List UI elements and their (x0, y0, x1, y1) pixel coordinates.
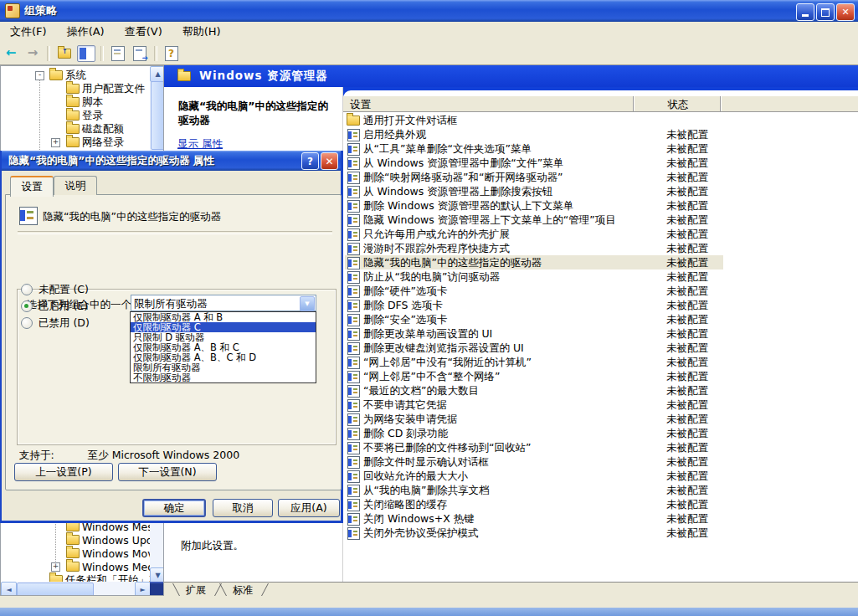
settings-list-row[interactable]: 只允许每用户或允许的外壳扩展 未被配置 (345, 227, 856, 241)
dialog-close-button[interactable]: ✕ (321, 152, 338, 170)
settings-list-row[interactable]: 隐藏 Windows 资源管理器上下文菜单上的“管理”项目 未被配置 (345, 213, 856, 227)
scroll-left-button[interactable]: ◄ (1, 582, 17, 596)
toolbar-separator (100, 46, 104, 61)
settings-list-row[interactable]: 删除 DFS 选项卡 未被配置 (345, 298, 856, 312)
column-divider[interactable] (720, 96, 722, 111)
console-tree-icon (77, 45, 95, 62)
menu-view[interactable]: 查看(V) (115, 22, 172, 42)
settings-list-row[interactable]: 防止从“我的电脑”访问驱动器 未被配置 (345, 270, 856, 284)
combo-option[interactable]: 不限制驱动器 (131, 372, 316, 382)
window-title: 组策略 (24, 3, 57, 18)
tree-expander[interactable]: - (35, 71, 44, 80)
radio-label: 未配置 (C) (39, 283, 89, 297)
policy-setting-icon (347, 499, 360, 511)
tree-expander[interactable]: + (51, 562, 60, 572)
setting-status: 未被配置 (651, 313, 723, 327)
restore-button[interactable] (816, 3, 835, 21)
settings-list-row[interactable]: 删除“硬件”选项卡 未被配置 (345, 284, 856, 298)
settings-list-row[interactable]: 关闭 Windows+X 热键 未被配置 (345, 511, 856, 526)
display-properties-link[interactable]: 显示 属性 (177, 137, 223, 151)
setting-label: “网上邻居”中不含“整个网络” (363, 370, 500, 384)
settings-list-row[interactable]: 删除“安全”选项卡 未被配置 (345, 312, 856, 326)
settings-list-row[interactable]: 从“我的电脑”删除共享文档 未被配置 (345, 483, 856, 497)
tree-connector (39, 76, 41, 150)
previous-setting-button[interactable]: 上一设置(P) (14, 463, 113, 481)
settings-list-row[interactable]: 通用打开文件对话框 (345, 113, 856, 127)
settings-list-row[interactable]: 删除 Windows 资源管理器的默认上下文菜单 未被配置 (345, 198, 856, 213)
tree-expander[interactable]: + (51, 138, 60, 147)
setting-label: 关闭 Windows+X 热键 (363, 512, 475, 526)
setting-status: 未被配置 (651, 498, 723, 512)
forward-button[interactable]: → (23, 44, 43, 63)
settings-list-row[interactable]: 删除更改菜单动画设置的 UI 未被配置 (345, 326, 856, 341)
dialog-tab[interactable]: 设置 (10, 176, 54, 197)
radio-option[interactable]: 已禁用 (D) (21, 316, 90, 330)
settings-list-row[interactable]: 隐藏“我的电脑”中的这些指定的驱动器 未被配置 (345, 255, 723, 270)
settings-list-row[interactable]: 删除“映射网络驱动器”和“断开网络驱动器” 未被配置 (345, 170, 856, 184)
menu-file[interactable]: 文件(F) (0, 22, 57, 42)
minimize-button[interactable] (796, 3, 814, 21)
folder-icon (66, 137, 80, 147)
setting-label: 删除 DFS 选项卡 (363, 299, 443, 313)
apply-button[interactable]: 应用(A) (278, 499, 340, 517)
settings-list-row[interactable]: 不要将已删除的文件移动到“回收站” 未被配置 (345, 440, 856, 454)
export-list-button[interactable]: ➜ (130, 44, 150, 63)
policy-setting-icon (347, 470, 360, 483)
folder-icon (49, 70, 63, 80)
policy-setting-icon (347, 413, 360, 426)
dialog-help-button[interactable]: ? (301, 152, 319, 170)
settings-list-row[interactable]: 漫游时不跟踪外壳程序快捷方式 未被配置 (345, 241, 856, 255)
scrollbar-corner (150, 582, 164, 596)
help-button[interactable]: ? (162, 44, 182, 63)
settings-list-row[interactable]: 回收站允许的最大大小 未被配置 (345, 469, 856, 483)
menu-action[interactable]: 操作(A) (57, 22, 115, 42)
settings-list-row[interactable]: 启用经典外观 未被配置 (345, 127, 856, 141)
settings-list-row[interactable]: 从“工具”菜单删除“文件夹选项”菜单 未被配置 (345, 141, 856, 156)
settings-list-row[interactable]: “网上邻居”中不含“整个网络” 未被配置 (345, 369, 856, 383)
settings-list-row[interactable]: “最近的文档”的最大数目 未被配置 (345, 383, 856, 398)
close-button[interactable]: ✕ (836, 3, 855, 21)
scroll-right-button[interactable]: ► (135, 582, 151, 596)
settings-list-row[interactable]: 删除文件时显示确认对话框 未被配置 (345, 454, 856, 469)
tree-hscroll-thumb[interactable] (17, 583, 94, 596)
setting-label: 隐藏“我的电脑”中的这些指定的驱动器 (363, 256, 542, 270)
column-divider[interactable] (633, 96, 635, 111)
settings-list-row[interactable]: “网上邻居”中没有“我附近的计算机” 未被配置 (345, 355, 856, 369)
scroll-up-button[interactable]: ▲ (150, 66, 164, 82)
setting-label: 删除更改键盘浏览指示器设置的 UI (363, 341, 524, 356)
settings-list-row[interactable]: 删除更改键盘浏览指示器设置的 UI 未被配置 (345, 341, 856, 355)
cancel-button[interactable]: 取消 (213, 499, 273, 517)
tree-vscroll-thumb[interactable] (151, 81, 164, 150)
setting-status: 未被配置 (651, 185, 723, 199)
setting-status: 未被配置 (651, 470, 723, 484)
combo-dropdown-button[interactable]: ▼ (300, 296, 315, 311)
settings-list-row[interactable]: 删除 CD 刻录功能 未被配置 (345, 426, 856, 440)
next-setting-button[interactable]: 下一设置(N) (118, 463, 217, 481)
column-setting[interactable]: 设置 (350, 98, 371, 112)
radio-option[interactable]: 已启用 (E) (21, 300, 88, 313)
policy-setting-icon (347, 129, 360, 141)
combo-dropdown-list: 仅限制驱动器 A 和 B仅限制驱动器 C只限制 D 驱动器仅限制驱动器 A、B … (130, 311, 316, 383)
settings-list-row[interactable]: 不要申请其它凭据 未被配置 (345, 398, 856, 412)
ok-button[interactable]: 确定 (142, 499, 206, 517)
setting-status: 未被配置 (651, 484, 723, 498)
settings-list-row[interactable]: 从 Windows 资源管理器中删除“文件”菜单 未被配置 (345, 156, 856, 170)
setting-status: 未被配置 (651, 384, 723, 398)
settings-list-row[interactable]: 从 Windows 资源管理器上删除搜索按钮 未被配置 (345, 184, 856, 198)
settings-list-row[interactable]: 关闭缩略图的缓存 未被配置 (345, 497, 856, 511)
show-hide-console-tree-button[interactable] (76, 44, 96, 63)
setting-status: 未被配置 (651, 142, 723, 157)
up-one-level-button[interactable]: ↑ (54, 44, 74, 63)
setting-label: 启用经典外观 (363, 128, 426, 142)
column-status[interactable]: 状态 (635, 98, 722, 112)
taskbar-edge (0, 608, 858, 616)
policy-setting-icon (347, 271, 360, 284)
back-button[interactable]: ← (1, 44, 21, 63)
settings-list-row[interactable]: 为网络安装申请凭据 未被配置 (345, 412, 856, 426)
properties-button[interactable] (108, 44, 128, 63)
menu-help[interactable]: 帮助(H) (172, 22, 231, 42)
settings-list-row[interactable]: 关闭外壳协议受保护模式 未被配置 (345, 526, 856, 540)
drive-combo[interactable]: 限制所有驱动器 ▼ (131, 295, 316, 311)
dialog-tab[interactable]: 说明 (54, 176, 97, 195)
radio-option[interactable]: 未配置 (C) (21, 283, 89, 296)
